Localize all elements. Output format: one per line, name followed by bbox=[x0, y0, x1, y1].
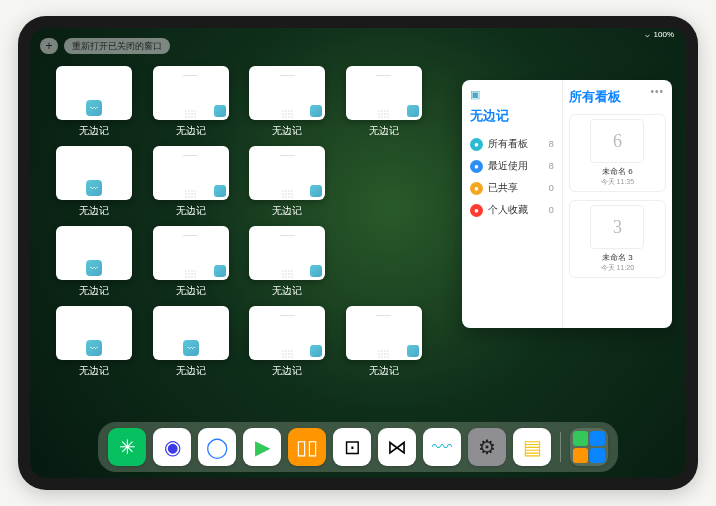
dock-app-dice[interactable]: ⊡ bbox=[333, 428, 371, 466]
window-thumbnail[interactable]: 无边记 bbox=[247, 306, 328, 378]
panel-sidebar: ▣ 无边记 ●所有看板8●最近使用8●已共享0●个人收藏0 bbox=[462, 80, 563, 328]
dock-separator bbox=[560, 432, 561, 462]
sidebar-item-count: 0 bbox=[549, 205, 554, 215]
freeform-icon bbox=[407, 345, 419, 357]
dock-app-settings[interactable]: ⚙ bbox=[468, 428, 506, 466]
sidebar-item-count: 8 bbox=[549, 139, 554, 149]
dock-app-media[interactable]: ▶ bbox=[243, 428, 281, 466]
window-thumbnail[interactable]: 〰无边记 bbox=[54, 226, 135, 298]
window-preview bbox=[249, 306, 325, 360]
window-switcher-grid: 〰无边记无边记无边记无边记〰无边记无边记无边记〰无边记无边记无边记〰无边记〰无边… bbox=[54, 66, 424, 378]
sidebar-item-label: 已共享 bbox=[488, 181, 518, 195]
board-card[interactable]: 6未命名 6今天 11:35 bbox=[569, 114, 666, 192]
sidebar-item-icon: ● bbox=[470, 182, 483, 195]
window-thumbnail[interactable]: 无边记 bbox=[247, 66, 328, 138]
sidebar-toggle-icon[interactable]: ▣ bbox=[470, 88, 554, 101]
window-label: 无边记 bbox=[176, 204, 206, 218]
sidebar-item-label: 最近使用 bbox=[488, 159, 528, 173]
dock: ✳◉◯▶▯▯⊡⋈〰⚙▤ bbox=[98, 422, 618, 472]
window-thumbnail[interactable]: 无边记 bbox=[247, 226, 328, 298]
window-thumbnail[interactable]: 无边记 bbox=[151, 66, 232, 138]
window-thumbnail[interactable]: 〰无边记 bbox=[151, 306, 232, 378]
board-card[interactable]: 3未命名 3今天 11:20 bbox=[569, 200, 666, 278]
sidebar-item-label: 所有看板 bbox=[488, 137, 528, 151]
freeform-icon bbox=[214, 265, 226, 277]
window-label: 无边记 bbox=[79, 124, 109, 138]
freeform-icon bbox=[310, 345, 322, 357]
freeform-icon bbox=[214, 105, 226, 117]
sidebar-item-icon: ● bbox=[470, 138, 483, 151]
window-label: 无边记 bbox=[79, 284, 109, 298]
dock-app-quark[interactable]: ◯ bbox=[198, 428, 236, 466]
window-preview bbox=[346, 306, 422, 360]
window-label: 无边记 bbox=[79, 204, 109, 218]
window-thumbnail[interactable]: 〰无边记 bbox=[54, 66, 135, 138]
window-thumbnail[interactable]: 〰无边记 bbox=[54, 306, 135, 378]
window-preview bbox=[153, 66, 229, 120]
sidebar-item-icon: ● bbox=[470, 160, 483, 173]
window-label: 无边记 bbox=[176, 124, 206, 138]
freeform-icon bbox=[310, 265, 322, 277]
window-preview bbox=[249, 146, 325, 200]
screen: ⌵ 100% + 重新打开已关闭的窗口 〰无边记无边记无边记无边记〰无边记无边记… bbox=[30, 28, 686, 478]
empty-slot bbox=[344, 146, 425, 218]
freeform-icon: 〰 bbox=[183, 340, 199, 356]
dock-app-books[interactable]: ▯▯ bbox=[288, 428, 326, 466]
freeform-icon bbox=[407, 105, 419, 117]
window-thumbnail[interactable]: 〰无边记 bbox=[54, 146, 135, 218]
status-bar: ⌵ 100% bbox=[645, 30, 674, 39]
app-preview-panel: ••• ▣ 无边记 ●所有看板8●最近使用8●已共享0●个人收藏0 所有看板 6… bbox=[462, 80, 672, 328]
ipad-frame: ⌵ 100% + 重新打开已关闭的窗口 〰无边记无边记无边记无边记〰无边记无边记… bbox=[18, 16, 698, 490]
dock-app-freeform[interactable]: 〰 bbox=[423, 428, 461, 466]
freeform-icon bbox=[310, 105, 322, 117]
window-thumbnail[interactable]: 无边记 bbox=[151, 146, 232, 218]
window-preview bbox=[346, 66, 422, 120]
board-name: 未命名 6 bbox=[602, 166, 633, 177]
top-toolbar: + 重新打开已关闭的窗口 bbox=[40, 38, 170, 54]
sidebar-item[interactable]: ●个人收藏0 bbox=[470, 199, 554, 221]
freeform-icon: 〰 bbox=[86, 340, 102, 356]
dock-recents-folder[interactable] bbox=[570, 428, 608, 466]
window-preview: 〰 bbox=[153, 306, 229, 360]
dock-app-quark-hd[interactable]: ◉ bbox=[153, 428, 191, 466]
window-label: 无边记 bbox=[176, 364, 206, 378]
board-time: 今天 11:35 bbox=[601, 177, 634, 187]
window-preview: 〰 bbox=[56, 306, 132, 360]
dock-app-connect[interactable]: ⋈ bbox=[378, 428, 416, 466]
panel-title: 无边记 bbox=[470, 107, 554, 125]
dock-app-wechat[interactable]: ✳ bbox=[108, 428, 146, 466]
sidebar-item[interactable]: ●最近使用8 bbox=[470, 155, 554, 177]
window-label: 无边记 bbox=[272, 284, 302, 298]
sidebar-item[interactable]: ●所有看板8 bbox=[470, 133, 554, 155]
window-preview: 〰 bbox=[56, 66, 132, 120]
sidebar-item-label: 个人收藏 bbox=[488, 203, 528, 217]
window-preview: 〰 bbox=[56, 226, 132, 280]
window-label: 无边记 bbox=[176, 284, 206, 298]
board-preview: 6 bbox=[590, 119, 644, 163]
window-thumbnail[interactable]: 无边记 bbox=[344, 66, 425, 138]
window-thumbnail[interactable]: 无边记 bbox=[151, 226, 232, 298]
new-window-button[interactable]: + bbox=[40, 38, 58, 54]
window-thumbnail[interactable]: 无边记 bbox=[247, 146, 328, 218]
sidebar-item-icon: ● bbox=[470, 204, 483, 217]
window-thumbnail[interactable]: 无边记 bbox=[344, 306, 425, 378]
more-icon[interactable]: ••• bbox=[650, 86, 664, 97]
window-preview bbox=[249, 66, 325, 120]
sidebar-item-count: 0 bbox=[549, 183, 554, 193]
window-label: 无边记 bbox=[79, 364, 109, 378]
window-preview bbox=[249, 226, 325, 280]
freeform-icon bbox=[310, 185, 322, 197]
sidebar-item-count: 8 bbox=[549, 161, 554, 171]
dock-app-notes[interactable]: ▤ bbox=[513, 428, 551, 466]
freeform-icon bbox=[214, 185, 226, 197]
empty-slot bbox=[344, 226, 425, 298]
boards-list: 6未命名 6今天 11:353未命名 3今天 11:20 bbox=[569, 114, 666, 278]
sidebar-item[interactable]: ●已共享0 bbox=[470, 177, 554, 199]
board-time: 今天 11:20 bbox=[601, 263, 634, 273]
panel-content: 所有看板 6未命名 6今天 11:353未命名 3今天 11:20 bbox=[563, 80, 672, 328]
reopen-closed-window-button[interactable]: 重新打开已关闭的窗口 bbox=[64, 38, 170, 54]
freeform-icon: 〰 bbox=[86, 100, 102, 116]
window-preview: 〰 bbox=[56, 146, 132, 200]
window-label: 无边记 bbox=[272, 204, 302, 218]
freeform-icon: 〰 bbox=[86, 180, 102, 196]
